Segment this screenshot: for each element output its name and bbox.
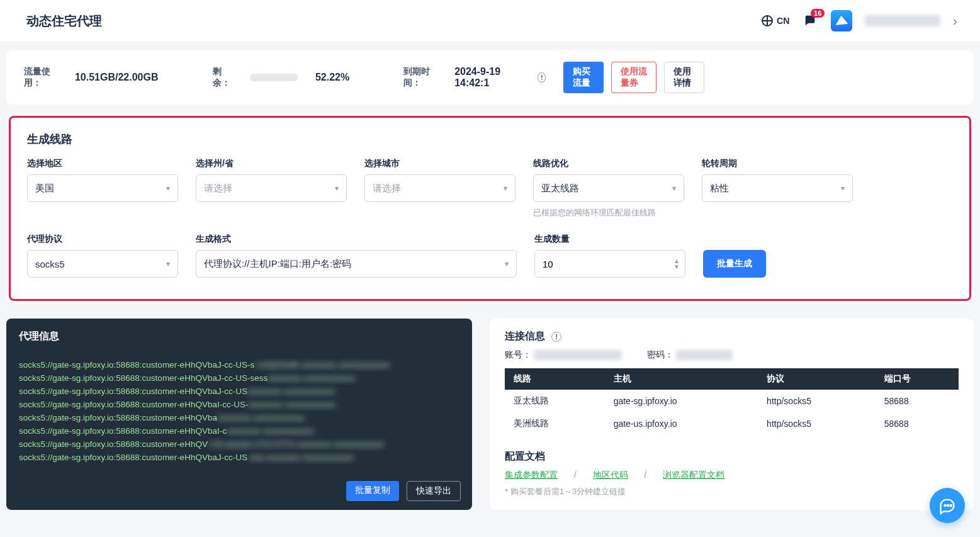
proxy-lines: socks5://gate-sg.ipfoxy.io:58688:custome…	[19, 358, 459, 464]
proxy-info-title: 代理信息	[19, 330, 459, 343]
count-input[interactable]	[543, 259, 673, 269]
generate-title: 生成线路	[27, 132, 953, 147]
chevron-down-icon: ▾	[841, 184, 845, 193]
proxy-line: socks5://gate-sg.ipfoxy.io:58688:custome…	[19, 451, 459, 464]
usage-card: 流量使用： 10.51GB/22.00GB 剩余： 52.22% 到期时间： 2…	[6, 50, 974, 105]
chevron-right-icon[interactable]: ›	[953, 14, 957, 28]
account-value-obscured	[534, 350, 622, 360]
quick-export-button[interactable]: 快速导出	[407, 481, 461, 501]
svg-point-0	[944, 505, 945, 506]
count-label: 生成数量	[534, 234, 685, 245]
message-count-badge: 16	[811, 9, 825, 18]
city-select[interactable]: 请选择 ▾	[364, 174, 515, 202]
state-placeholder: 请选择	[204, 183, 232, 195]
password-value-obscured	[676, 350, 733, 360]
city-label: 选择城市	[364, 158, 515, 169]
region-select[interactable]: 美国 ▾	[27, 174, 178, 202]
account-label: 账号：	[505, 349, 531, 359]
messages-button[interactable]: 16	[802, 14, 818, 28]
usage-detail-button[interactable]: 使用详情	[664, 62, 704, 93]
protocol-value: socks5	[35, 259, 65, 269]
table-row: 美洲线路gate-us.ipfoxy.iohttp/socks558688	[505, 412, 959, 435]
chevron-down-icon: ▾	[672, 184, 676, 193]
expire-label: 到期时间：	[403, 66, 437, 89]
region-value: 美国	[35, 183, 54, 195]
connection-info-card: 连接信息 ! 账号： 密码： 线路 主机 协议 端口号 亚太线路gate-sg.…	[490, 319, 974, 510]
username-obscured	[865, 15, 940, 26]
chevron-down-icon: ▾	[166, 259, 170, 268]
language-switch[interactable]: CN	[762, 15, 789, 26]
step-down-icon[interactable]: ▼	[673, 264, 680, 269]
buy-traffic-button[interactable]: 购买流量	[563, 62, 604, 93]
proxy-line: socks5://gate-sg.ipfoxy.io:58688:custome…	[19, 424, 459, 438]
state-select[interactable]: 请选择 ▾	[196, 174, 347, 202]
chevron-down-icon: ▾	[166, 184, 170, 193]
count-stepper[interactable]: ▲▼	[534, 250, 685, 278]
docs-title: 配置文档	[505, 450, 959, 463]
remaining-label: 剩余：	[213, 66, 233, 89]
language-label: CN	[777, 16, 789, 26]
proxy-line: socks5://gate-sg.ipfoxy.io:58688:custome…	[19, 438, 459, 451]
format-label: 生成格式	[196, 234, 517, 245]
usage-percent: 52.22%	[315, 72, 349, 83]
expire-value: 2024-9-19 14:42:1	[454, 66, 517, 89]
table-row: 亚太线路gate-sg.ipfoxy.iohttp/socks558688	[505, 390, 959, 412]
cycle-value: 粘性	[710, 183, 729, 195]
password-label: 密码：	[647, 349, 673, 359]
route-value: 亚太线路	[541, 183, 579, 195]
cycle-label: 轮转周期	[702, 158, 853, 169]
chevron-down-icon: ▾	[335, 184, 339, 193]
format-value: 代理协议://主机IP:端口:用户名:密码	[204, 258, 351, 270]
region-label: 选择地区	[27, 158, 178, 169]
globe-icon	[762, 15, 773, 26]
th-route: 线路	[505, 368, 605, 390]
city-placeholder: 请选择	[373, 183, 401, 195]
protocol-label: 代理协议	[27, 234, 178, 245]
docs-link-regions[interactable]: 地区代码	[593, 470, 628, 480]
chat-fab[interactable]	[930, 488, 965, 523]
bulk-copy-button[interactable]: 批量复制	[346, 481, 399, 501]
th-port: 端口号	[876, 368, 959, 390]
route-select[interactable]: 亚太线路 ▾	[533, 174, 684, 202]
usage-value: 10.51GB/22.00GB	[75, 72, 159, 83]
proxy-line: socks5://gate-sg.ipfoxy.io:58688:custome…	[19, 358, 459, 371]
docs-note: * 购买套餐后需1～3分钟建立链接	[505, 486, 959, 497]
connection-table: 线路 主机 协议 端口号 亚太线路gate-sg.ipfoxy.iohttp/s…	[505, 368, 959, 435]
svg-point-1	[947, 505, 949, 506]
docs-links: 集成参数配置 / 地区代码 / 浏览器配置文档	[505, 470, 959, 481]
th-proto: 协议	[758, 368, 876, 390]
chevron-down-icon: ▾	[504, 184, 507, 193]
proxy-line: socks5://gate-sg.ipfoxy.io:58688:custome…	[19, 371, 459, 385]
generate-button[interactable]: 批量生成	[703, 250, 766, 278]
connection-info-title: 连接信息	[505, 330, 545, 343]
use-coupon-button[interactable]: 使用流量券	[611, 62, 656, 93]
app-header: 动态住宅代理 CN 16 ›	[0, 0, 980, 42]
proxy-info-panel: 代理信息 socks5://gate-sg.ipfoxy.io:58688:cu…	[6, 319, 472, 510]
usage-label: 流量使用：	[24, 66, 57, 89]
avatar[interactable]	[831, 10, 852, 31]
docs-link-params[interactable]: 集成参数配置	[505, 470, 558, 480]
chevron-down-icon: ▾	[505, 259, 509, 268]
info-icon[interactable]: !	[538, 72, 546, 82]
info-icon[interactable]: !	[551, 332, 561, 342]
usage-progress	[250, 74, 298, 81]
proxy-line: socks5://gate-sg.ipfoxy.io:58688:custome…	[19, 411, 459, 424]
th-host: 主机	[605, 368, 758, 390]
generate-card: 生成线路 选择地区 美国 ▾ 选择州/省 请选择 ▾ 选择城市 请选择	[6, 113, 974, 303]
proxy-line: socks5://gate-sg.ipfoxy.io:58688:custome…	[19, 398, 459, 411]
protocol-select[interactable]: socks5 ▾	[27, 250, 178, 278]
proxy-line: socks5://gate-sg.ipfoxy.io:58688:custome…	[19, 385, 459, 398]
route-hint: 已根据您的网络环境匹配最佳线路	[533, 207, 684, 218]
route-label: 线路优化	[533, 158, 684, 169]
page-title: 动态住宅代理	[26, 13, 102, 30]
svg-point-2	[950, 505, 952, 506]
docs-link-browser[interactable]: 浏览器配置文档	[663, 470, 724, 480]
format-select[interactable]: 代理协议://主机IP:端口:用户名:密码 ▾	[196, 250, 517, 278]
state-label: 选择州/省	[196, 158, 347, 169]
chat-bubble-icon	[938, 497, 956, 514]
cycle-select[interactable]: 粘性 ▾	[702, 174, 853, 202]
